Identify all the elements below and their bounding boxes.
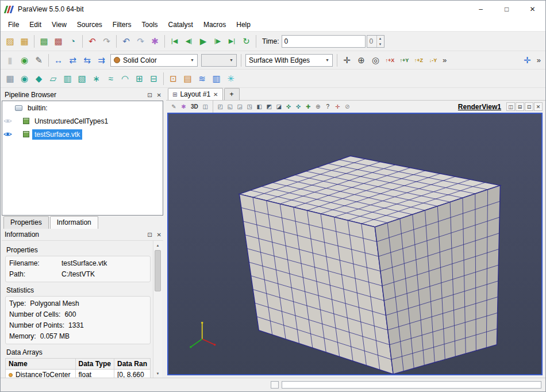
component-combo[interactable]: ▼ — [201, 54, 237, 67]
color-by-combo[interactable]: Solid Color▼ — [110, 54, 198, 67]
undock-icon[interactable]: ⊡ — [147, 232, 152, 238]
loop-icon[interactable]: ↻ — [239, 34, 253, 48]
plot-selection-over-time-icon[interactable]: ▤ — [180, 71, 195, 86]
maximize-button[interactable]: □ — [494, 1, 520, 18]
threshold-icon[interactable]: ▥ — [60, 71, 75, 86]
play-icon[interactable]: ▶ — [196, 34, 210, 48]
auto-apply-icon[interactable]: ◔ — [66, 34, 80, 48]
camera-toolbar-overflow[interactable]: » — [440, 56, 449, 64]
menu-sources[interactable]: Sources — [72, 19, 107, 30]
warp-by-vector-icon[interactable]: ◠ — [118, 71, 132, 86]
first-frame-icon[interactable]: |◀ — [167, 34, 182, 48]
camera-undo-icon[interactable]: ↶ — [119, 34, 133, 48]
open-file-icon[interactable]: ▨ — [3, 34, 17, 48]
choose-color-preset-icon[interactable]: ✎ — [32, 53, 46, 67]
layout-tab[interactable]: ⊞ Layout #1 ✕ — [168, 88, 223, 100]
probe-location-icon[interactable]: ⊡ — [166, 71, 180, 86]
split-vertical-icon[interactable]: ⊟ — [516, 102, 524, 111]
render-view-title[interactable]: RenderView1 — [458, 103, 501, 111]
interactive-selection-icon[interactable]: ✳ — [224, 71, 238, 86]
select-cells-polygon-icon[interactable]: ◲ — [235, 102, 245, 112]
column-header[interactable]: Data Type — [75, 359, 114, 370]
calculator-icon[interactable]: ▦ — [3, 71, 17, 86]
select-block-icon[interactable]: ◧ — [255, 102, 264, 112]
rescale-to-data-range-icon[interactable]: ↔ — [51, 53, 66, 67]
capture-screenshot-icon[interactable]: ◫ — [201, 102, 210, 112]
time-index-spinner-up[interactable]: ▲ — [377, 36, 384, 41]
menu-view[interactable]: View — [47, 19, 72, 30]
menu-file[interactable]: File — [3, 19, 24, 30]
next-frame-icon[interactable]: |▶ — [210, 34, 225, 48]
rescale-over-all-timesteps-icon[interactable]: ⇆ — [80, 53, 94, 67]
center-axes-visibility-icon[interactable]: ✛ — [520, 53, 535, 67]
minimize-button[interactable]: – — [468, 1, 494, 18]
scroll-up-icon[interactable]: ▲ — [153, 241, 162, 249]
save-data-icon[interactable]: ▦ — [17, 34, 32, 48]
time-index-spinner-down[interactable]: ▼ — [377, 41, 384, 47]
extract-subset-icon[interactable]: ▧ — [75, 71, 89, 86]
toggle-2d-3d-button[interactable]: 3D — [189, 103, 201, 110]
select-points-polygon-icon[interactable]: ◳ — [245, 102, 255, 112]
axes-toolbar-overflow[interactable]: » — [535, 56, 543, 64]
plot-over-line-icon[interactable]: ≋ — [195, 71, 209, 86]
grow-selection-icon[interactable]: ✚ — [303, 102, 313, 112]
time-value-input[interactable] — [282, 35, 366, 48]
pipeline-item[interactable]: builtin: — [2, 101, 163, 114]
scroll-down-icon[interactable]: ▼ — [153, 369, 162, 378]
menu-help[interactable]: Help — [231, 19, 256, 30]
add-layout-tab-button[interactable]: + — [224, 88, 240, 100]
undock-icon[interactable]: ⊡ — [147, 92, 152, 98]
camera-redo-icon[interactable]: ↷ — [133, 34, 148, 48]
info-scrollbar[interactable]: ▲ ▼ — [153, 241, 162, 378]
contour-icon[interactable]: ◉ — [17, 71, 32, 86]
load-color-palette-icon[interactable]: ✱ — [148, 34, 162, 48]
interactive-select-cells-icon[interactable]: ✜ — [284, 102, 294, 112]
select-cells-frustum-icon[interactable]: ◩ — [264, 102, 274, 112]
reset-camera-icon[interactable]: ✛ — [340, 53, 354, 67]
edit-view-options-icon[interactable]: ✎ — [169, 102, 179, 112]
select-points-frustum-icon[interactable]: ◪ — [274, 102, 284, 112]
set-view-plus-x-icon[interactable]: ↑+X — [383, 53, 397, 67]
column-header[interactable]: Data Ran — [114, 359, 150, 370]
redo-icon[interactable]: ↷ — [99, 34, 114, 48]
pipeline-item[interactable]: testSurface.vtk — [2, 128, 163, 141]
split-horizontal-icon[interactable]: ◫ — [506, 102, 515, 111]
pipeline-item[interactable]: UnstructuredCellTypes1 — [2, 114, 163, 128]
select-points-rectangle-icon[interactable]: ◱ — [225, 102, 235, 112]
render-scene[interactable] — [168, 114, 541, 374]
pick-center-icon[interactable]: ✛ — [333, 102, 343, 112]
set-view-minus-y-icon[interactable]: ↓-Y — [426, 53, 440, 67]
visibility-off-icon[interactable] — [2, 118, 13, 124]
previous-frame-icon[interactable]: ◀| — [182, 34, 196, 48]
zoom-to-box-icon[interactable]: ◎ — [368, 53, 383, 67]
toggle-color-legend-icon[interactable]: ▮ — [3, 53, 17, 67]
generate-cell-attributes-icon[interactable]: ▩ — [37, 34, 51, 48]
undo-icon[interactable]: ↶ — [85, 34, 99, 48]
representation-combo[interactable]: Surface With Edges▼ — [245, 54, 333, 67]
tab-information[interactable]: Information — [50, 216, 98, 229]
rescale-to-visible-range-icon[interactable]: ⇉ — [94, 53, 109, 67]
menu-filters[interactable]: Filters — [107, 19, 137, 30]
set-view-plus-y-icon[interactable]: ↑+Y — [397, 53, 412, 67]
clip-icon[interactable]: ◆ — [32, 71, 46, 86]
zoom-to-data-icon[interactable]: ⊕ — [354, 53, 368, 67]
close-layout-icon[interactable]: ✕ — [213, 91, 218, 98]
menu-edit[interactable]: Edit — [24, 19, 47, 30]
menu-catalyst[interactable]: Catalyst — [163, 19, 198, 30]
last-frame-icon[interactable]: ▶| — [225, 34, 239, 48]
close-dock-icon[interactable]: ✕ — [157, 232, 162, 238]
close-button[interactable]: ✕ — [520, 1, 545, 18]
zoom-to-selection-icon[interactable]: ⊕ — [313, 102, 323, 112]
scrollbar-thumb[interactable] — [155, 250, 161, 291]
select-cells-rectangle-icon[interactable]: ◰ — [216, 102, 225, 112]
slice-icon[interactable]: ▱ — [46, 71, 60, 86]
clear-selection-icon[interactable]: ⊘ — [343, 102, 352, 112]
menu-macros[interactable]: Macros — [198, 19, 231, 30]
maximize-view-icon[interactable]: ⊡ — [525, 102, 533, 111]
column-header[interactable]: Name — [6, 359, 76, 370]
close-view-icon[interactable]: ✕ — [534, 102, 543, 111]
visibility-on-icon[interactable] — [2, 131, 13, 137]
table-row[interactable]: DistanceToCenterfloat[0, 8.660 — [6, 370, 151, 378]
interactive-select-points-icon[interactable]: ✜ — [294, 102, 303, 112]
tab-properties[interactable]: Properties — [3, 216, 49, 229]
